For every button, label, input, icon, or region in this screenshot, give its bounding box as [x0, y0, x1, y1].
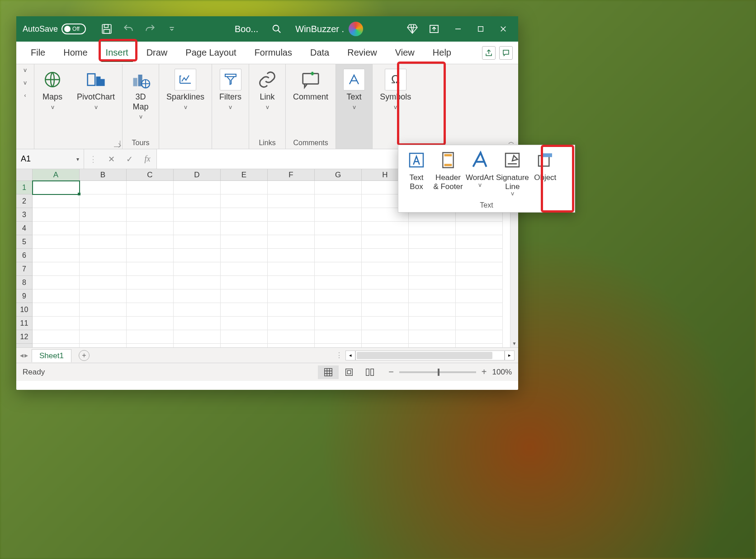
- tab-formulas[interactable]: Formulas: [246, 42, 301, 64]
- name-box[interactable]: A1 ▾: [16, 149, 84, 169]
- cell-D5[interactable]: [174, 235, 221, 249]
- cell-D13[interactable]: [174, 344, 221, 347]
- normal-view-icon[interactable]: [318, 365, 339, 379]
- cell-D4[interactable]: [174, 222, 221, 235]
- cell-J11[interactable]: [456, 317, 503, 330]
- chevron-left-icon[interactable]: ‹: [24, 92, 26, 99]
- cell-J9[interactable]: [456, 289, 503, 303]
- cell-H10[interactable]: [362, 303, 409, 317]
- row-header-13[interactable]: 13: [16, 344, 33, 347]
- cell-I5[interactable]: [409, 235, 456, 249]
- cell-F12[interactable]: [268, 330, 315, 344]
- tab-file[interactable]: File: [22, 42, 54, 64]
- cell-C11[interactable]: [127, 317, 174, 330]
- cell-D11[interactable]: [174, 317, 221, 330]
- cell-E11[interactable]: [221, 317, 268, 330]
- cell-F3[interactable]: [268, 208, 315, 222]
- tab-data[interactable]: Data: [301, 42, 338, 64]
- cell-D3[interactable]: [174, 208, 221, 222]
- cell-C7[interactable]: [127, 262, 174, 276]
- row-header-5[interactable]: 5: [16, 235, 33, 249]
- cell-J6[interactable]: [456, 249, 503, 262]
- cell-A3[interactable]: [33, 208, 80, 222]
- tab-insert[interactable]: Insert: [97, 42, 137, 64]
- tab-help[interactable]: Help: [424, 42, 460, 64]
- cell-G2[interactable]: [315, 194, 362, 208]
- cell-E13[interactable]: [221, 344, 268, 347]
- cell-E5[interactable]: [221, 235, 268, 249]
- cell-G6[interactable]: [315, 249, 362, 262]
- cell-B12[interactable]: [80, 330, 127, 344]
- cell-B7[interactable]: [80, 262, 127, 276]
- row-header-2[interactable]: 2: [16, 194, 33, 208]
- cell-H6[interactable]: [362, 249, 409, 262]
- cell-E7[interactable]: [221, 262, 268, 276]
- cell-B1[interactable]: [80, 181, 127, 194]
- cell-A13[interactable]: [33, 344, 80, 347]
- cell-F5[interactable]: [268, 235, 315, 249]
- cell-H12[interactable]: [362, 330, 409, 344]
- tab-home[interactable]: Home: [54, 42, 96, 64]
- sheet-prev-icon[interactable]: ◂: [20, 351, 24, 360]
- tab-page-layout[interactable]: Page Layout: [176, 42, 245, 64]
- cell-G3[interactable]: [315, 208, 362, 222]
- row-header-3[interactable]: 3: [16, 208, 33, 222]
- cell-B4[interactable]: [80, 222, 127, 235]
- cell-A1[interactable]: [33, 181, 80, 194]
- cell-J12[interactable]: [456, 330, 503, 344]
- zoom-slider[interactable]: [399, 371, 476, 373]
- cell-E8[interactable]: [221, 276, 268, 289]
- cell-E6[interactable]: [221, 249, 268, 262]
- cell-E1[interactable]: [221, 181, 268, 194]
- cell-B2[interactable]: [80, 194, 127, 208]
- cell-C13[interactable]: [127, 344, 174, 347]
- maximize-button[interactable]: [469, 20, 492, 38]
- zoom-out-icon[interactable]: −: [388, 367, 394, 377]
- signature-line-button[interactable]: Signature Lineⅴ: [496, 149, 529, 197]
- cell-C9[interactable]: [127, 289, 174, 303]
- cell-A8[interactable]: [33, 276, 80, 289]
- header-footer-button[interactable]: Header & Footer: [433, 149, 463, 191]
- cell-I13[interactable]: [409, 344, 456, 347]
- fx-icon[interactable]: fx: [138, 154, 156, 164]
- tab-draw[interactable]: Draw: [137, 42, 177, 64]
- cell-J5[interactable]: [456, 235, 503, 249]
- cell-F11[interactable]: [268, 317, 315, 330]
- autosave-toggle[interactable]: Off: [61, 24, 86, 34]
- page-layout-view-icon[interactable]: [339, 365, 359, 379]
- cell-I4[interactable]: [409, 222, 456, 235]
- cell-D10[interactable]: [174, 303, 221, 317]
- pivotchart-button[interactable]: PivotChartⅴ: [74, 67, 118, 112]
- scroll-right-icon[interactable]: ▸: [505, 351, 515, 360]
- cell-G12[interactable]: [315, 330, 362, 344]
- cell-I6[interactable]: [409, 249, 456, 262]
- cell-G5[interactable]: [315, 235, 362, 249]
- cell-E10[interactable]: [221, 303, 268, 317]
- cell-H13[interactable]: [362, 344, 409, 347]
- cell-E4[interactable]: [221, 222, 268, 235]
- horizontal-scrollbar[interactable]: [355, 351, 505, 360]
- redo-icon[interactable]: [141, 20, 159, 38]
- cell-B8[interactable]: [80, 276, 127, 289]
- cell-C6[interactable]: [127, 249, 174, 262]
- comment-button[interactable]: Comment: [290, 67, 331, 104]
- cell-A7[interactable]: [33, 262, 80, 276]
- undo-icon[interactable]: [119, 20, 137, 38]
- cell-E3[interactable]: [221, 208, 268, 222]
- cell-B6[interactable]: [80, 249, 127, 262]
- col-header-G[interactable]: G: [315, 169, 362, 180]
- cell-F10[interactable]: [268, 303, 315, 317]
- cell-A2[interactable]: [33, 194, 80, 208]
- cell-B10[interactable]: [80, 303, 127, 317]
- cell-E9[interactable]: [221, 289, 268, 303]
- wordart-button[interactable]: WordArtⅴ: [464, 149, 495, 188]
- row-header-11[interactable]: 11: [16, 317, 33, 330]
- save-icon[interactable]: [98, 20, 116, 38]
- row-header-6[interactable]: 6: [16, 249, 33, 262]
- cell-I9[interactable]: [409, 289, 456, 303]
- share-button[interactable]: [482, 46, 496, 60]
- cell-I7[interactable]: [409, 262, 456, 276]
- cell-B3[interactable]: [80, 208, 127, 222]
- cell-A11[interactable]: [33, 317, 80, 330]
- cell-F2[interactable]: [268, 194, 315, 208]
